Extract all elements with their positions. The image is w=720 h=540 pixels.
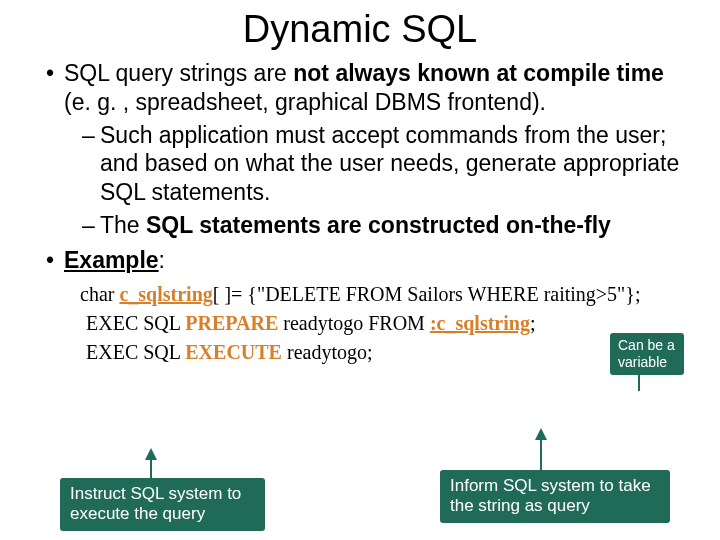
code-text: readytogo FROM [278, 312, 430, 334]
code-line: EXEC SQL EXECUTE readytogo; [80, 338, 692, 367]
callout-variable: Can be a variable [610, 333, 684, 375]
callout-text: Instruct SQL system to execute the query [70, 484, 241, 523]
sub-list: Such application must accept commands fr… [64, 121, 692, 240]
text-bold: SQL statements are constructed on-the-fl… [146, 212, 611, 238]
callout-inform: Inform SQL system to take the string as … [440, 470, 670, 523]
code-text: char [80, 283, 119, 305]
sub-item: The SQL statements are constructed on-th… [82, 211, 692, 240]
code-keyword: PREPARE [185, 312, 278, 334]
code-line: char c_sqlstring[ ]= {"DELETE FROM Sailo… [80, 280, 692, 309]
code-text: EXEC SQL [86, 312, 185, 334]
code-text: readytogo; [282, 341, 373, 363]
slide-body: SQL query strings are not always known a… [0, 51, 720, 367]
text: : [159, 247, 165, 273]
code-text: EXEC SQL [86, 341, 185, 363]
slide: Dynamic SQL SQL query strings are not al… [0, 0, 720, 540]
slide-title: Dynamic SQL [0, 0, 720, 51]
sub-item: Such application must accept commands fr… [82, 121, 692, 207]
bullet-list: SQL query strings are not always known a… [28, 59, 692, 274]
text-bold: not always known at compile time [293, 60, 664, 86]
text: SQL query strings are [64, 60, 293, 86]
code-var: :c_sqlstring [430, 312, 530, 334]
code-block: char c_sqlstring[ ]= {"DELETE FROM Sailo… [28, 280, 692, 367]
arrow-up-icon [535, 428, 547, 440]
code-line: EXEC SQL PREPARE readytogo FROM :c_sqlst… [80, 309, 692, 338]
bullet-item: SQL query strings are not always known a… [46, 59, 692, 240]
connector-line [150, 458, 152, 478]
code-keyword: EXECUTE [185, 341, 282, 363]
callout-text: Inform SQL system to take the string as … [450, 476, 651, 515]
text: (e. g. , spreadsheet, graphical DBMS fro… [64, 89, 546, 115]
connector-line [540, 438, 542, 470]
code-text: [ ]= {"DELETE FROM Sailors WHERE raiting… [213, 283, 641, 305]
example-label: Example [64, 247, 159, 273]
code-text: ; [530, 312, 536, 334]
callout-text: Can be a variable [618, 337, 675, 370]
code-var: c_sqlstring [119, 283, 212, 305]
text: The [100, 212, 146, 238]
arrow-up-icon [145, 448, 157, 460]
bullet-item-example: Example: [46, 246, 692, 275]
callout-instruct: Instruct SQL system to execute the query [60, 478, 265, 531]
connector-line [638, 371, 640, 391]
